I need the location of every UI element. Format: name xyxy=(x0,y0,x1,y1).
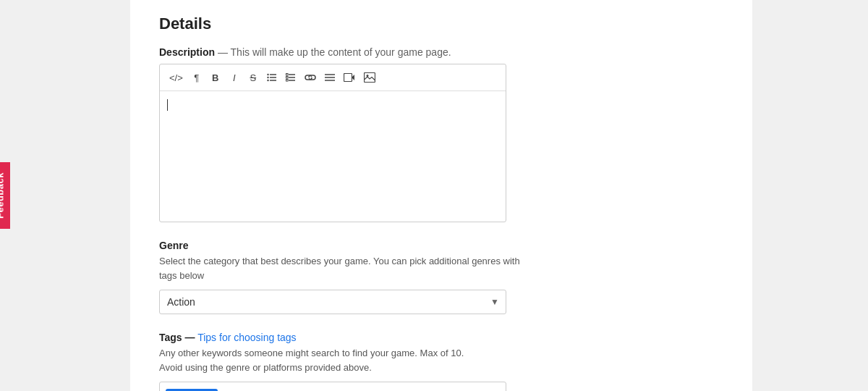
toolbar-align-btn[interactable] xyxy=(321,69,339,86)
editor-toolbar: </> ¶ B I S xyxy=(160,64,506,91)
tags-dash: — xyxy=(185,332,195,343)
tips-for-choosing-tags-link[interactable]: Tips for choosing tags xyxy=(197,332,296,343)
genre-select-wrapper[interactable]: Action Adventure Puzzle RPG Simulation S… xyxy=(159,290,506,314)
toolbar-video-btn[interactable] xyxy=(340,69,359,86)
genre-section: Genre Select the category that best desc… xyxy=(159,240,723,314)
svg-point-5 xyxy=(267,80,268,81)
toolbar-ordered-list-btn[interactable] xyxy=(282,69,299,86)
feedback-tab[interactable]: Feedback xyxy=(0,162,10,229)
main-content: Details Description — This will make up … xyxy=(130,0,752,391)
description-editor[interactable]: </> ¶ B I S xyxy=(159,64,506,222)
svg-rect-17 xyxy=(364,73,375,83)
toolbar-code-btn[interactable]: </> xyxy=(166,69,187,86)
genre-select[interactable]: Action Adventure Puzzle RPG Simulation S… xyxy=(159,290,506,314)
editor-cursor xyxy=(167,99,168,111)
genre-description: Select the category that best describes … xyxy=(159,254,723,282)
editor-body[interactable] xyxy=(160,91,506,222)
toolbar-bold-btn[interactable]: B xyxy=(207,69,224,86)
tags-header: Tags — Tips for choosing tags xyxy=(159,332,723,343)
tags-label: Tags xyxy=(159,332,182,343)
toolbar-paragraph-btn[interactable]: ¶ xyxy=(188,69,205,86)
toolbar-italic-btn[interactable]: I xyxy=(226,69,243,86)
svg-rect-9 xyxy=(286,74,288,76)
description-label: Description xyxy=(159,46,215,58)
svg-point-4 xyxy=(267,77,268,78)
description-note: — This will make up the content of your … xyxy=(218,46,451,58)
toolbar-link-btn[interactable] xyxy=(301,69,320,86)
toolbar-unordered-list-btn[interactable] xyxy=(263,69,281,86)
description-section-header: Description — This will make up the cont… xyxy=(159,46,723,58)
svg-rect-15 xyxy=(344,74,352,82)
genre-label: Genre xyxy=(159,240,723,251)
tags-section: Tags — Tips for choosing tags Any other … xyxy=(159,332,723,391)
svg-rect-11 xyxy=(286,80,288,82)
tags-description: Any other keywords someone might search … xyxy=(159,346,723,374)
toolbar-image-btn[interactable] xyxy=(360,69,379,86)
tag-chip-phaser[interactable]: phaser ✕ xyxy=(166,389,218,392)
page-title: Details xyxy=(159,14,723,33)
toolbar-strikethrough-btn[interactable]: S xyxy=(244,69,262,86)
tags-input-container[interactable]: phaser ✕ xyxy=(159,382,506,391)
svg-point-3 xyxy=(267,74,268,75)
svg-rect-10 xyxy=(286,77,288,79)
